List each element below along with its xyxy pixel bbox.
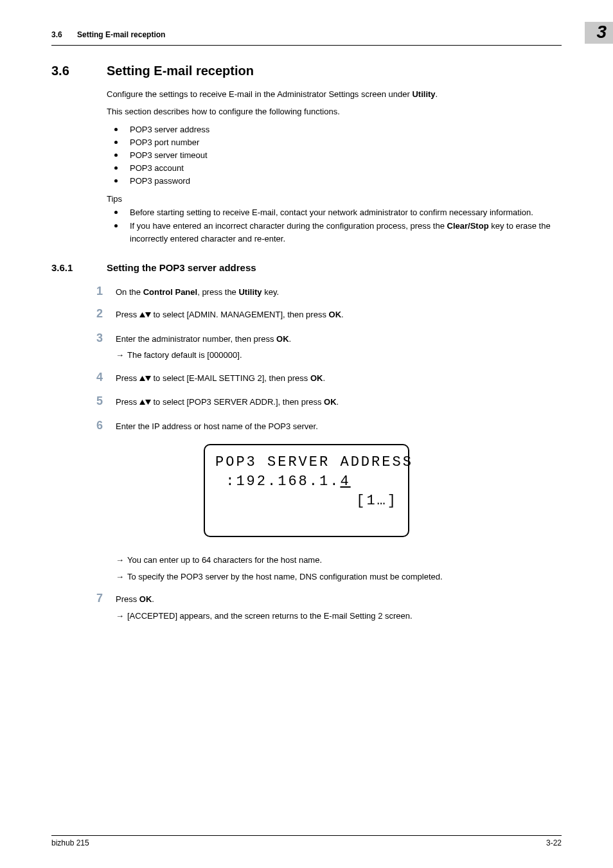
subsection-heading: 3.6.1 Setting the POP3 server address (51, 262, 562, 273)
step-body: On the Control Panel, press the Utility … (116, 286, 562, 299)
step2-mid: to select [ADMIN. MANAGEMENT], then pres… (151, 310, 329, 319)
step1-pre: On the (116, 287, 143, 297)
tip2-bold: Clear/Stop (447, 221, 489, 231)
step6-text: Enter the IP address or host name of the… (116, 421, 318, 431)
step-6: 6 Enter the IP address or host name of t… (96, 419, 562, 433)
step-1: 1 On the Control Panel, press the Utilit… (96, 285, 562, 299)
header-section-number: 3.6 (51, 30, 62, 39)
step3-b1: OK (276, 334, 289, 344)
footer-page-number: 3-22 (546, 838, 562, 847)
list-item: POP3 account (107, 162, 562, 175)
step-6-notes: → You can enter up to 64 characters for … (96, 550, 562, 583)
step7-b1: OK (139, 594, 152, 604)
section-heading: 3.6 Setting E-mail reception (51, 64, 562, 78)
section-heading-number: 3.6 (51, 64, 107, 78)
intro-paragraph-2: This section describes how to configure … (107, 106, 562, 118)
arrow-icon: → (116, 349, 127, 362)
step-body: Enter the administrator number, then pre… (116, 333, 562, 362)
step-number: 7 (96, 592, 116, 605)
step1-post: key. (262, 287, 280, 297)
step-body: Press OK. → [ACCEPTED] appears, and the … (116, 593, 562, 622)
lcd-line-2: :192.168.1.4 (215, 472, 398, 492)
step7-sub: [ACCEPTED] appears, and the screen retur… (127, 610, 413, 623)
tips-label: Tips (107, 194, 562, 204)
intro-p1-post: . (436, 89, 438, 99)
tips-list: Before starting setting to receive E-mai… (107, 206, 562, 245)
list-item: POP3 port number (107, 136, 562, 149)
up-down-icon (139, 310, 151, 323)
step7-post: . (152, 594, 154, 604)
step5-b1: OK (324, 397, 337, 407)
step2-pre: Press (116, 310, 139, 319)
lcd-line-3: [1…] (215, 492, 398, 511)
step-number: 1 (96, 285, 116, 298)
list-item: POP3 server timeout (107, 149, 562, 162)
step4-pre: Press (116, 373, 139, 383)
subsection-heading-number: 3.6.1 (51, 262, 107, 273)
step1-b2: Utility (238, 287, 262, 297)
step-number: 5 (96, 394, 116, 408)
arrow-icon: → (116, 554, 127, 567)
step5-pre: Press (116, 397, 139, 407)
step5-mid: to select [POP3 SERVER ADDR.], then pres… (151, 397, 324, 407)
lcd-display: POP3 SERVER ADDRESS :192.168.1.4 [1…] (204, 444, 409, 537)
svg-marker-0 (139, 312, 145, 317)
step5-post: . (337, 397, 339, 407)
step-body: Press to select [E-MAIL SETTING 2], then… (116, 372, 562, 386)
step6-sub2: To specify the POP3 server by the host n… (127, 571, 443, 583)
step-5: 5 Press to select [POP3 SERVER ADDR.], t… (96, 394, 562, 410)
subsection-heading-title: Setting the POP3 server address (107, 262, 256, 273)
up-down-icon (139, 397, 151, 410)
step-4: 4 Press to select [E-MAIL SETTING 2], th… (96, 371, 562, 386)
svg-marker-3 (145, 376, 151, 381)
step-body: Enter the IP address or host name of the… (116, 420, 562, 433)
step-3: 3 Enter the administrator number, then p… (96, 332, 562, 362)
lcd-line2-pre: :192.168.1. (215, 474, 340, 490)
step1-mid: , press the (197, 287, 238, 297)
chapter-badge: 3 (585, 22, 613, 44)
step3-pre: Enter the administrator number, then pre… (116, 334, 276, 344)
step-7: 7 Press OK. → [ACCEPTED] appears, and th… (96, 592, 562, 622)
running-header: 3.6 Setting E-mail reception 3 (51, 26, 562, 46)
list-item: Before starting setting to receive E-mai… (107, 206, 562, 219)
step4-b1: OK (310, 373, 323, 383)
header-section-title: Setting E-mail reception (77, 30, 165, 39)
list-item: If you have entered an incorrect charact… (107, 220, 562, 245)
intro-p1-bold: Utility (412, 89, 435, 99)
step-number: 6 (96, 419, 116, 432)
functions-list: POP3 server address POP3 port number POP… (107, 123, 562, 188)
intro-paragraph-1: Configure the settings to receive E-mail… (107, 89, 562, 101)
up-down-icon (139, 373, 151, 386)
step4-mid: to select [E-MAIL SETTING 2], then press (151, 373, 310, 383)
step4-post: . (323, 373, 325, 383)
arrow-icon: → (116, 571, 127, 583)
header-left: 3.6 Setting E-mail reception (51, 30, 165, 39)
step3-sub: The factory default is [000000]. (127, 349, 242, 362)
arrow-icon: → (116, 610, 127, 623)
step-body: → You can enter up to 64 characters for … (116, 550, 562, 583)
lcd-cursor: 4 (340, 474, 350, 490)
step6-sub1: You can enter up to 64 characters for th… (127, 554, 322, 567)
step-number: 3 (96, 332, 116, 345)
lcd-line-1: POP3 SERVER ADDRESS (215, 453, 398, 472)
svg-marker-1 (145, 312, 151, 317)
svg-marker-2 (139, 376, 145, 381)
step2-b1: OK (329, 310, 342, 319)
page-footer: bizhub 215 3-22 (51, 835, 562, 847)
step2-post: . (341, 310, 344, 319)
footer-model: bizhub 215 (51, 838, 89, 847)
step-2: 2 Press to select [ADMIN. MANAGEMENT], t… (96, 307, 562, 323)
intro-p1-pre: Configure the settings to receive E-mail… (107, 89, 412, 99)
step-number: 4 (96, 371, 116, 384)
svg-marker-4 (139, 400, 145, 405)
step1-b1: Control Panel (143, 287, 198, 297)
step7-pre: Press (116, 594, 139, 604)
step-body: Press to select [POP3 SERVER ADDR.], the… (116, 396, 562, 410)
step-number: 2 (96, 307, 116, 321)
section-heading-title: Setting E-mail reception (107, 64, 254, 78)
step-body: Press to select [ADMIN. MANAGEMENT], the… (116, 308, 562, 323)
step3-post: . (289, 334, 292, 344)
tip2-pre: If you have entered an incorrect charact… (130, 221, 447, 231)
list-item: POP3 server address (107, 123, 562, 136)
svg-marker-5 (145, 400, 151, 405)
